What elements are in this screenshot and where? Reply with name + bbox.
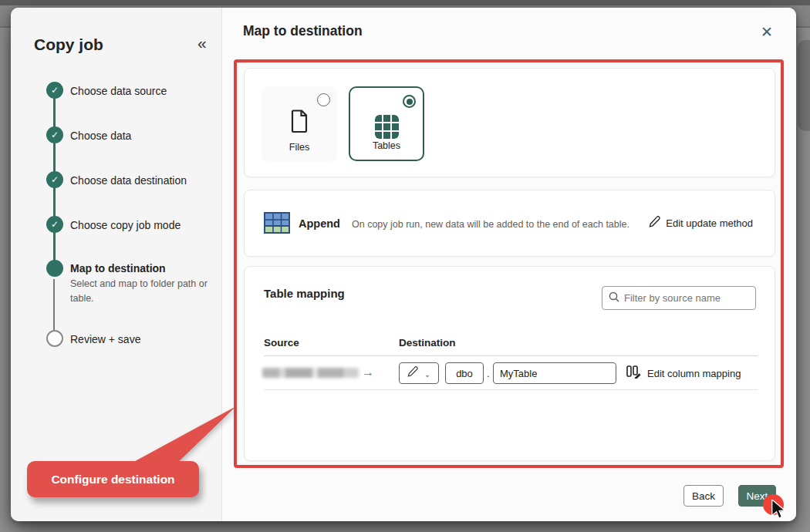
step-check-icon: ✓: [46, 216, 63, 233]
pencil-icon: [649, 216, 660, 230]
header-divider: [264, 355, 758, 356]
callout-pointer: [122, 402, 239, 466]
pencil-icon: [407, 366, 418, 380]
source-table-name-redacted: [262, 368, 359, 378]
table-grid-icon: [350, 111, 423, 139]
source-column-header: Source: [264, 337, 299, 348]
close-icon[interactable]: ✕: [756, 22, 778, 42]
update-method-card: Append On copy job run, new data will be…: [244, 190, 775, 257]
mouse-cursor-icon: [771, 500, 786, 520]
annotation-callout: Configure destination: [27, 461, 199, 497]
step-check-icon: ✓: [46, 82, 63, 99]
append-table-icon: [264, 212, 290, 237]
sidebar-step-choose-data-source[interactable]: Choose data source: [70, 85, 167, 97]
schema-field-wrapper: [445, 362, 484, 384]
sidebar-step-map-to-destination[interactable]: Map to destination: [70, 262, 166, 274]
edit-destination-dropdown[interactable]: ⌄: [399, 362, 439, 384]
schema-input[interactable]: [446, 368, 483, 379]
sidebar-step-choose-copy-job-mode[interactable]: Choose copy job mode: [70, 219, 181, 231]
update-method-value: Append: [299, 217, 340, 230]
page-title: Map to destination: [243, 23, 363, 39]
back-button[interactable]: Back: [683, 485, 724, 507]
step-current-icon: [46, 260, 63, 277]
step-check-icon: ✓: [46, 171, 63, 188]
search-icon: [609, 291, 619, 305]
sidebar-step-choose-data[interactable]: Choose data: [70, 130, 131, 142]
sidebar-step-review-save[interactable]: Review + save: [70, 333, 140, 345]
step-check-icon: ✓: [46, 126, 63, 143]
wizard-title: Copy job: [34, 35, 103, 54]
file-icon: [262, 109, 337, 136]
step-connector-todo: [53, 279, 55, 331]
destination-column-header: Destination: [399, 337, 456, 348]
schema-table-separator: .: [487, 368, 490, 379]
filter-input-wrapper: [602, 286, 756, 310]
files-radio[interactable]: [317, 93, 330, 106]
table-name-input[interactable]: [494, 368, 616, 379]
destination-type-card: Files Tables: [244, 68, 775, 177]
files-option-label: Files: [262, 142, 337, 153]
edit-column-mapping-link[interactable]: Edit column mapping: [626, 365, 741, 381]
files-option-tile[interactable]: Files: [262, 86, 337, 161]
row-divider: [264, 389, 758, 390]
tables-option-tile[interactable]: Tables: [349, 86, 424, 161]
sidebar-step-choose-data-destination[interactable]: Choose data destination: [70, 174, 187, 187]
collapse-sidebar-icon[interactable]: «: [193, 32, 211, 54]
chevron-down-icon: ⌄: [424, 370, 430, 379]
tables-radio[interactable]: [403, 95, 416, 108]
column-mapping-icon: [626, 365, 641, 381]
callout-label: Configure destination: [51, 473, 174, 487]
update-method-description: On copy job run, new data will be added …: [352, 219, 629, 230]
background-app-shape: [798, 40, 810, 131]
filter-source-input[interactable]: [624, 292, 760, 304]
table-mapping-title: Table mapping: [264, 287, 345, 300]
step-todo-icon: [46, 330, 63, 347]
arrow-right-icon: →: [362, 365, 374, 379]
table-name-field-wrapper: [493, 362, 616, 384]
tables-option-label: Tables: [350, 140, 423, 151]
table-mapping-card: Table mapping Source Destination → ⌄ . E…: [244, 266, 775, 461]
step-description: Select and map to folder path or table.: [70, 277, 208, 306]
edit-update-method-link[interactable]: Edit update method: [649, 216, 753, 230]
